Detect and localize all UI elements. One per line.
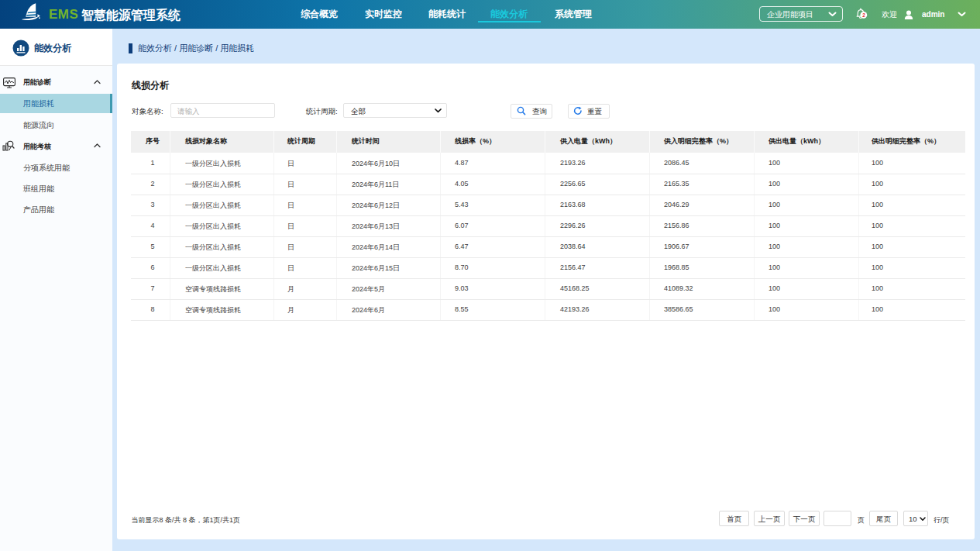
svg-text:2: 2 — [862, 12, 865, 18]
